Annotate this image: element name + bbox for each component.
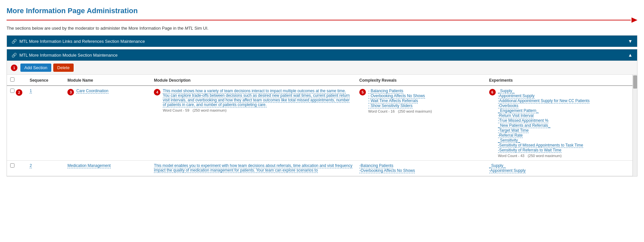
row1-checkbox[interactable]: [10, 89, 14, 93]
badge-1: 1: [11, 65, 17, 71]
row1-desc: 4 This model shows how a variety of team…: [151, 86, 356, 161]
row1-exp-1[interactable]: -Appointment Supply: [498, 94, 535, 98]
row1-exp-wordcount: Word Count - 43: [498, 154, 525, 158]
row1-exp-12[interactable]: -Sensitivity of Referrals to Wait Time: [498, 148, 561, 153]
subtitle: The sections below are used by the moder…: [7, 26, 637, 31]
col-header-module-name: Module Name: [64, 75, 151, 86]
row1-seq-link[interactable]: 1: [30, 89, 32, 94]
accordion-links-header-left: 🔗 MTL More Information Links and Referen…: [12, 39, 145, 44]
accordion-module-body: 1 Add Section Delete: [7, 61, 637, 176]
row2-name-link[interactable]: Medication Management: [67, 163, 110, 168]
row1-complexity-item-3[interactable]: - Show Sensitivity Sliders: [368, 103, 413, 108]
row1-exp-3[interactable]: -Overbooks: [498, 103, 518, 108]
subtitle-post: Sim UI.: [193, 26, 208, 31]
row1-desc-link[interactable]: This model shows how a variety of team d…: [163, 89, 349, 107]
col-header-complexity: Complexity Reveals: [356, 75, 486, 86]
subtitle-pre: The sections below are used by the moder…: [7, 26, 185, 31]
link-icon-2: 🔗: [12, 53, 17, 58]
accordion-module-section: 🔗 MTL More Information Module Section Ma…: [7, 49, 637, 176]
row1-name: 3 Care Coordination: [64, 86, 151, 161]
row2-seq-link[interactable]: 2: [30, 163, 32, 168]
table-body: 2 1 3 Care Coordination: [7, 86, 637, 176]
row2-sequence: 2: [26, 161, 64, 176]
table-header: Sequence Module Name Module Description …: [7, 75, 637, 86]
page-wrapper: More Information Page Administration The…: [0, 0, 644, 185]
scrollbar-thumb[interactable]: [633, 75, 637, 89]
row2-complexity-item-0[interactable]: -Balancing Patients: [359, 163, 393, 168]
data-table: Sequence Module Name Module Description …: [7, 75, 637, 176]
arrow-divider: [7, 17, 637, 23]
row1-complexity-item-1[interactable]: - Overbooking Affects No Shows: [368, 94, 425, 98]
row1-check: 2: [7, 86, 26, 161]
accordion-module-header-left: 🔗 MTL More Information Module Section Ma…: [12, 53, 118, 58]
row2-name: Medication Management: [64, 161, 151, 176]
row1-exp-10[interactable]: _Sensitivity_: [498, 138, 520, 143]
subtitle-italic: MTL: [185, 26, 193, 31]
row2-experiments-list: _Supply_ -Appointment Supply: [489, 163, 634, 173]
badge-2: 2: [16, 89, 22, 96]
row1-complexity-item-0[interactable]: - Balancing Patients: [368, 89, 403, 94]
col-header-experiments: Experiments: [486, 75, 637, 86]
page-title: More Information Page Administration: [7, 3, 637, 17]
row1-desc-wordcount: Word Count - 59: [163, 108, 189, 112]
table-row: 2 Medication Management This model enabl…: [7, 161, 637, 176]
row1-exp-11[interactable]: -Sensitivity of Missed Appointments to T…: [498, 143, 583, 148]
select-all-checkbox[interactable]: [10, 77, 14, 82]
col-header-module-description: Module Description: [151, 75, 356, 86]
row2-desc-link[interactable]: This model enables you to experiment wit…: [154, 163, 352, 173]
row1-complexity-wordmax: (250 word maximum): [398, 109, 432, 113]
accordion-links-label: MTL More Information Links and Reference…: [19, 39, 145, 44]
scrollbar-track[interactable]: [632, 75, 637, 176]
row1-exp-0[interactable]: _Supply_: [498, 89, 514, 94]
row1-exp-6[interactable]: -True Missed Appointment %: [498, 118, 549, 123]
badge-4: 4: [154, 89, 160, 95]
arrow-head: [632, 17, 637, 23]
accordion-module-header[interactable]: 🔗 MTL More Information Module Section Ma…: [7, 49, 637, 61]
row1-sequence: 1: [26, 86, 64, 161]
row1-exp-8[interactable]: -Target Wait Time: [498, 128, 529, 133]
table-wrapper: Sequence Module Name Module Description …: [7, 75, 637, 176]
row1-complexity-list: - Balancing Patients - Overbooking Affec…: [368, 89, 432, 108]
row1-name-link[interactable]: Care Coordination: [76, 89, 108, 94]
accordion-links-references-header[interactable]: 🔗 MTL More Information Links and Referen…: [7, 36, 637, 47]
delete-button[interactable]: Delete: [53, 64, 74, 72]
row2-desc: This model enables you to experiment wit…: [151, 161, 356, 176]
row1-complexity-wordcount: Word Count - 16: [368, 109, 395, 113]
chevron-down-icon-1: ▼: [628, 39, 632, 44]
table-row: 2 1 3 Care Coordination: [7, 86, 637, 161]
badge-6: 6: [489, 89, 496, 95]
row2-checkbox[interactable]: [10, 163, 14, 168]
link-icon-1: 🔗: [12, 39, 17, 44]
col-header-sequence: Sequence: [26, 75, 64, 86]
row1-exp-2[interactable]: -Additional Appointment Supply for New C…: [498, 98, 590, 103]
row1-desc-wordmax: (250 word maximum): [193, 108, 227, 112]
row2-complexity: -Balancing Patients -Overbooking Affects…: [356, 161, 486, 176]
badge-5: 5: [359, 89, 366, 95]
row1-experiments: 6 _Supply_ -Appointment Supply -Addition…: [486, 86, 637, 161]
row1-experiments-list: _Supply_ -Appointment Supply -Additional…: [498, 89, 590, 152]
row1-exp-wordmax: (250 word maximum): [528, 154, 561, 158]
row1-exp-9[interactable]: -Referral Rate: [498, 133, 523, 138]
accordion-module-label: MTL More Information Module Section Main…: [19, 53, 118, 58]
add-section-button[interactable]: Add Section: [20, 64, 51, 72]
row2-complexity-item-1[interactable]: -Overbooking Affects No Shows: [359, 168, 415, 173]
row2-experiments: _Supply_ -Appointment Supply: [486, 161, 637, 176]
row1-exp-4[interactable]: _Engagement Pattern_: [498, 108, 538, 113]
toolbar: 1 Add Section Delete: [7, 61, 637, 75]
badge-3: 3: [67, 89, 74, 95]
col-header-check: [7, 75, 26, 86]
row2-complexity-list: -Balancing Patients -Overbooking Affects…: [359, 163, 483, 173]
chevron-up-icon-2: ▲: [628, 52, 632, 58]
row1-complexity-item-2[interactable]: - Wait Time Affects Referrals: [368, 98, 418, 103]
row1-exp-7[interactable]: _New Patients and Referrals_: [498, 123, 550, 128]
row2-exp-0[interactable]: _Supply_: [489, 163, 506, 168]
arrow-line: [7, 20, 631, 20]
row1-exp-5[interactable]: -Return Visit Interval: [498, 113, 534, 118]
accordion-links-references: 🔗 MTL More Information Links and Referen…: [7, 35, 637, 47]
row2-exp-1[interactable]: -Appointment Supply: [489, 168, 526, 173]
row2-check: [7, 161, 26, 176]
row1-complexity: 5 - Balancing Patients - Overbooking Aff…: [356, 86, 486, 161]
